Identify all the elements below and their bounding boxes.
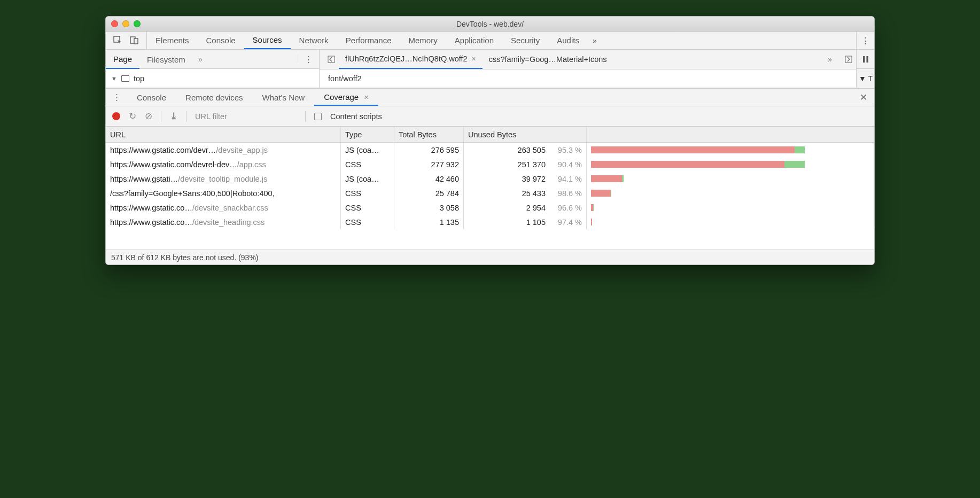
tab-security[interactable]: Security: [502, 32, 548, 49]
sources-subheader: PageFilesystem » ⋮ flUhRq6tzZclQEJ…NcIhQ…: [106, 50, 874, 69]
left-more-menu-icon[interactable]: ⋮: [298, 55, 319, 64]
coverage-row[interactable]: https://www.gstatic.com/devr… /devsite_a…: [106, 143, 874, 157]
cell-url: https://www.gstatic.com/devr… /devsite_a…: [106, 143, 341, 157]
tree-top-label: top: [134, 74, 144, 83]
coverage-table-body: https://www.gstatic.com/devr… /devsite_a…: [106, 143, 874, 250]
cell-usage-bar: [587, 186, 874, 200]
drawer-tab-label: Remote devices: [185, 93, 243, 102]
drawer-close-icon[interactable]: ✕: [853, 89, 874, 106]
file-tab[interactable]: css?family=Goog…Material+Icons: [483, 50, 613, 69]
devtools-window: DevTools - web.dev/ ElementsConsoleSourc…: [105, 16, 875, 265]
threads-panel-label[interactable]: ▼ T: [857, 69, 874, 88]
content-scripts-checkbox[interactable]: [314, 113, 322, 120]
drawer-tab-console[interactable]: Console: [127, 89, 176, 106]
header-type[interactable]: Type: [341, 127, 394, 142]
drawer-tab-label: Coverage: [324, 92, 359, 102]
header-url[interactable]: URL: [106, 127, 341, 142]
zoom-window-button[interactable]: [134, 20, 141, 27]
minimize-window-button[interactable]: [122, 20, 129, 27]
export-icon[interactable]: ⤓: [170, 111, 177, 122]
cell-type: JS (coa…: [341, 143, 394, 157]
cell-url: https://www.gstatic.co… /devsite_snackba…: [106, 200, 341, 215]
cell-unused-bytes: 263 50595.3 %: [464, 143, 587, 157]
tab-audits[interactable]: Audits: [548, 32, 588, 49]
coverage-row[interactable]: https://www.gstatic.co… /devsite_heading…: [106, 215, 874, 229]
content-scripts-label: Content scripts: [330, 112, 382, 121]
coverage-summary: 571 KB of 612 KB bytes are not used. (93…: [106, 250, 874, 264]
content-preview-text: font/woff2: [328, 74, 362, 83]
settings-menu-icon[interactable]: ⋮: [856, 32, 874, 49]
inspect-tools: [106, 32, 147, 49]
tab-network[interactable]: Network: [291, 32, 337, 49]
tab-sources[interactable]: Sources: [244, 32, 291, 49]
tab-application[interactable]: Application: [446, 32, 502, 49]
record-button[interactable]: [112, 112, 120, 120]
toolbar-divider: [161, 111, 161, 122]
file-tab-label: css?family=Goog…Material+Icons: [489, 55, 607, 64]
cell-url: https://www.gstatic.com/devrel-dev… /app…: [106, 157, 341, 172]
cell-unused-bytes: 39 97294.1 %: [464, 172, 587, 186]
svg-rect-2: [134, 38, 138, 44]
cell-type: JS (coa…: [341, 172, 394, 186]
file-nav-next-icon[interactable]: [841, 50, 856, 69]
cell-url: /css?family=Google+Sans:400,500|Roboto:4…: [106, 186, 341, 200]
cell-usage-bar: [587, 172, 874, 186]
coverage-row[interactable]: https://www.gstatic.co… /devsite_snackba…: [106, 200, 874, 215]
cell-unused-bytes: 251 37090.4 %: [464, 157, 587, 172]
cell-usage-bar: [587, 200, 874, 215]
coverage-row[interactable]: https://www.gstati… /devsite_tooltip_mod…: [106, 172, 874, 186]
cell-type: CSS: [341, 186, 394, 200]
cell-type: CSS: [341, 215, 394, 229]
tab-console[interactable]: Console: [198, 32, 244, 49]
clear-icon[interactable]: ⊘: [145, 111, 152, 122]
header-visualization: [587, 127, 874, 142]
cell-total-bytes: 1 135: [394, 215, 464, 229]
window-title: DevTools - web.dev/: [106, 20, 874, 28]
reload-icon[interactable]: ↻: [129, 111, 136, 122]
drawer-tab-what-s-new[interactable]: What's New: [253, 89, 315, 106]
toolbar-divider: [305, 111, 306, 122]
cell-total-bytes: 276 595: [394, 143, 464, 157]
file-nav-prev-icon[interactable]: [324, 50, 339, 69]
drawer-tabs: ⋮ ConsoleRemote devicesWhat's NewCoverag…: [106, 88, 874, 106]
close-file-icon[interactable]: ×: [472, 55, 476, 63]
cell-type: CSS: [341, 157, 394, 172]
left-tab-page[interactable]: Page: [106, 50, 139, 69]
inspect-element-icon[interactable]: [113, 36, 122, 45]
coverage-row[interactable]: /css?family=Google+Sans:400,500|Roboto:4…: [106, 186, 874, 200]
close-window-button[interactable]: [111, 20, 118, 27]
cell-usage-bar: [587, 157, 874, 172]
tree-expand-icon[interactable]: ▼: [111, 75, 117, 82]
page-tree-top[interactable]: ▼ top: [106, 69, 319, 88]
cell-unused-bytes: 1 10597.4 %: [464, 215, 587, 229]
file-tab-label: flUhRq6tzZclQEJ…NcIhQ8tQ.woff2: [345, 55, 468, 63]
drawer-tab-remote-devices[interactable]: Remote devices: [176, 89, 253, 106]
overflow-tabs-icon[interactable]: »: [588, 32, 602, 49]
cell-total-bytes: 42 460: [394, 172, 464, 186]
main-tabs: ElementsConsoleSourcesNetworkPerformance…: [106, 32, 874, 50]
header-unused[interactable]: Unused Bytes: [464, 127, 587, 142]
tab-elements[interactable]: Elements: [147, 32, 198, 49]
tab-memory[interactable]: Memory: [400, 32, 446, 49]
close-drawer-tab-icon[interactable]: ×: [364, 92, 369, 102]
cell-unused-bytes: 2 95496.6 %: [464, 200, 587, 215]
file-tab[interactable]: flUhRq6tzZclQEJ…NcIhQ8tQ.woff2×: [339, 50, 483, 69]
device-toolbar-icon[interactable]: [130, 36, 139, 45]
drawer-menu-icon[interactable]: ⋮: [106, 89, 127, 106]
coverage-row[interactable]: https://www.gstatic.com/devrel-dev… /app…: [106, 157, 874, 172]
svg-rect-3: [328, 56, 335, 63]
titlebar: DevTools - web.dev/: [106, 17, 874, 32]
header-total[interactable]: Total Bytes: [394, 127, 464, 142]
left-overflow-icon[interactable]: »: [193, 55, 208, 64]
svg-rect-5: [863, 56, 865, 63]
cell-url: https://www.gstati… /devsite_tooltip_mod…: [106, 172, 341, 186]
cell-total-bytes: 277 932: [394, 157, 464, 172]
file-overflow-icon[interactable]: »: [823, 50, 837, 69]
pause-script-icon[interactable]: [857, 50, 874, 69]
left-tab-filesystem[interactable]: Filesystem: [139, 50, 193, 69]
drawer-tab-coverage[interactable]: Coverage×: [314, 89, 378, 106]
tab-performance[interactable]: Performance: [337, 32, 400, 49]
frame-icon: [121, 75, 129, 82]
cell-usage-bar: [587, 143, 874, 157]
url-filter-input[interactable]: URL filter: [195, 112, 297, 121]
